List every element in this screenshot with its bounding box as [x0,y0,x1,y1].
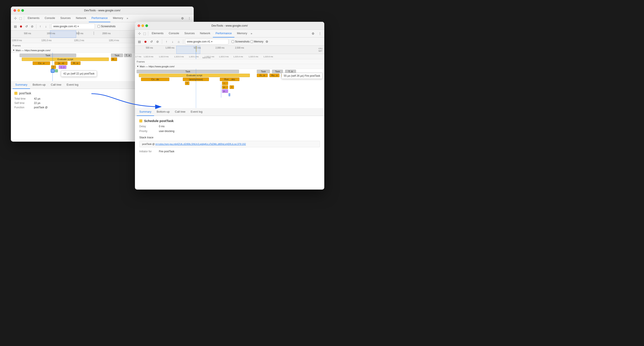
screenshots-checkbox-input-1[interactable] [98,25,100,28]
memory-checkbox-input-2[interactable] [250,40,253,43]
rs-task[interactable]: R...s [71,61,80,65]
green-task-1[interactable] [55,69,58,72]
w2-f1[interactable]: f [185,81,189,85]
download-icon[interactable]: ↓ [43,24,48,29]
reload-record-icon[interactable]: ↺ [24,24,29,29]
element-picker-icon-2[interactable]: ⊹ [137,31,142,36]
upload-icon[interactable]: ↑ [38,24,43,29]
tab-more-icon-2[interactable]: » [251,32,252,35]
upload-icon-2[interactable]: ↑ [164,39,169,44]
delay-value: 0 ms [159,125,164,128]
time-indicator-line-1 [52,53,53,81]
evaluate-script-1[interactable]: Evaluate script [22,58,109,61]
clear-icon[interactable]: ⊘ [30,24,35,29]
screenshots-checkbox-2[interactable]: Screenshots [232,40,250,43]
w2-co-de[interactable]: Co...de [141,78,169,81]
tab-sources[interactable]: Sources [58,14,73,22]
device-toolbar-icon[interactable]: ⬚ [18,16,23,21]
more-options-toolbar-2[interactable]: ⚙ [264,39,270,44]
screenshots-checkbox-input-2[interactable] [232,40,234,43]
tab-performance-2[interactable]: Performance [213,30,234,38]
tab-bottom-up-1[interactable]: Bottom-up [30,81,48,89]
tab-console[interactable]: Console [42,14,58,22]
w2-blue-bar[interactable] [228,93,230,96]
co-e-task[interactable]: Co...e [33,61,50,65]
tab-elements[interactable]: Elements [25,14,42,22]
download-icon-2[interactable]: ↓ [170,39,175,44]
panel-row-initiator: Initiator for Fire postTask [139,150,320,153]
url-bar-2[interactable]: www.google.com #1 ▾ [185,39,228,45]
w2-task-bar-4[interactable]: T...k [285,70,296,73]
tab-memory-2[interactable]: Memory [234,30,250,38]
memory-checkbox-2[interactable]: Memory [250,40,263,43]
w2-task-bar-2[interactable]: Task [257,70,270,73]
tab-bottom-up-2[interactable]: Bottom-up [154,108,172,116]
tab-console-2[interactable]: Console [166,30,182,38]
tab-event-log-1[interactable]: Event log [64,81,81,89]
tab-more-icon[interactable]: » [127,17,128,20]
maximize-button-1[interactable] [21,9,24,12]
tab-bar-icons-1: ⚙ ⋮ [180,16,192,21]
tab-event-log-2[interactable]: Event log [188,108,205,116]
as-task[interactable]: (a...s) [54,61,68,65]
close-button-2[interactable] [138,24,140,27]
dots-task[interactable]: (...) [59,65,66,69]
net-label: NET [318,50,322,52]
r-task[interactable]: R... [111,58,117,61]
close-button-1[interactable] [14,9,16,12]
more-options-icon[interactable]: ⋮ [187,16,192,21]
sidebar-toggle-icon-2[interactable]: ▤ [137,39,142,44]
tab-summary-2[interactable]: Summary [137,108,154,116]
record-icon[interactable]: ⏺ [18,24,24,29]
tab-call-tree-1[interactable]: Call tree [48,81,64,89]
w2-task-bar-3[interactable]: Task [272,70,283,73]
stack-trace-link[interactable]: m=cdos,hsm,jsa,mb4ZUb,cEt90b,SNUn3,qddgK… [156,143,246,145]
w2-run-sks[interactable]: Run ...sks [220,78,240,81]
maximize-button-2[interactable] [146,24,148,27]
panel-content-2: Schedule postTask Delay 0 ms Priority us… [135,116,324,157]
home-icon-2[interactable]: ⌂ [176,39,181,44]
w2-f-k[interactable]: F...k [281,74,291,77]
flame-chart-2[interactable]: Task Task Task T...k Evaluate script Fi.… [135,69,324,108]
w2-f2[interactable]: f [230,85,234,89]
minimize-button-1[interactable] [18,9,20,12]
tab-call-tree-2[interactable]: Call tree [172,108,188,116]
ruler-label-1000: 1000 ms [47,32,55,35]
sidebar-toggle-icon[interactable]: ▤ [12,24,18,29]
tab-sources-2[interactable]: Sources [182,30,198,38]
tab-summary-1[interactable]: Summary [12,81,30,89]
clear-icon-2[interactable]: ⊘ [155,39,160,44]
function-label-1: Function [14,106,34,109]
tab-bar-2: ⊹ ⬚ Elements Console Sources Network Per… [135,30,324,38]
w2-task-bar-1[interactable]: Task [137,70,239,73]
w2-p2[interactable]: p... [222,89,228,93]
url-bar-1[interactable]: www.google.com #1 ▾ [51,24,95,29]
w2-r[interactable]: r... [222,81,228,85]
settings-icon-2[interactable]: ⚙ [310,31,316,36]
device-toolbar-icon-2[interactable]: ⬚ [142,31,147,36]
task-bar-3[interactable]: T...k [124,54,132,57]
screenshots-checkbox-1[interactable]: Screenshots [98,25,116,28]
d2-13230: 1,323.0 ms [174,56,184,58]
w2-ru-s[interactable]: Ru...s [270,74,280,77]
ruler-label-500b: 500 ms [76,32,83,35]
tab-elements-2[interactable]: Elements [149,30,166,38]
tab-network[interactable]: Network [73,14,89,22]
task-bar-1[interactable]: Task [20,54,76,57]
w2-p1[interactable]: p... [222,85,228,89]
record-icon-2[interactable]: ⏺ [143,39,148,44]
tab-performance[interactable]: Performance [89,14,110,22]
element-picker-icon[interactable]: ⊹ [12,16,18,21]
selected-task-1[interactable] [51,69,54,72]
minimap-2[interactable]: 500 ms 1,000 ms 500 ms 2,000 ms 2,500 ms… [135,46,324,54]
tab-network-2[interactable]: Network [198,30,213,38]
w2-evaluate-script[interactable]: Evaluate script [139,74,250,77]
tab-memory[interactable]: Memory [110,14,126,22]
w2-fi-k[interactable]: Fi...k [257,74,268,77]
task-bar-2[interactable]: Task [111,54,123,57]
settings-icon[interactable]: ⚙ [180,16,185,21]
more-options-icon-2[interactable]: ⋮ [317,31,322,36]
f-task[interactable]: f [51,65,56,69]
minimize-button-2[interactable] [142,24,144,27]
reload-record-icon-2[interactable]: ↺ [149,39,154,44]
